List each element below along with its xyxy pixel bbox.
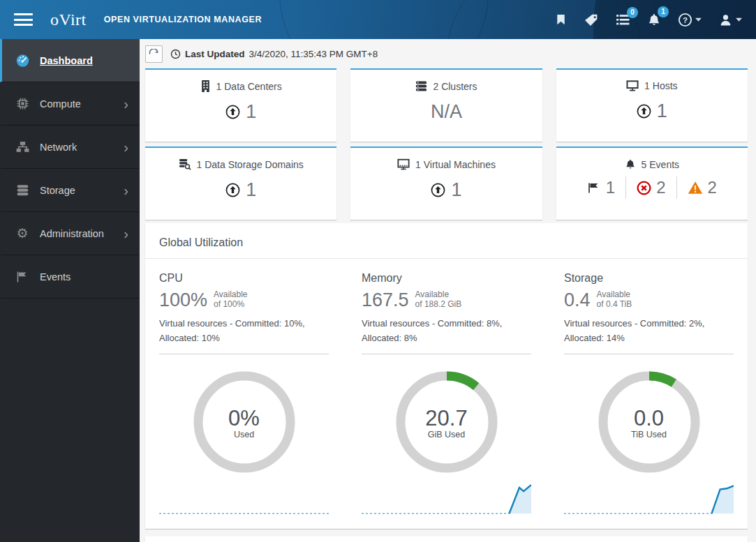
chevron-down-icon [695, 17, 702, 22]
donut-value: 0.0 [634, 407, 664, 429]
card-status-count[interactable]: 1 [145, 179, 336, 201]
arrow-up-circle-icon [431, 183, 445, 197]
virtual-resources-text: Virtual resources - Committed: 2%, Alloc… [564, 316, 734, 346]
refresh-bar: Last Updated 3/4/2020, 11:35:43 PM GMT+8 [145, 39, 748, 68]
card-title-link[interactable]: 1 Virtual Machines [350, 158, 542, 170]
column-title: CPU [159, 272, 329, 285]
available-value: 0.4 [564, 291, 591, 310]
available-detail: Available of 0.4 TiB [597, 289, 632, 310]
user-menu[interactable] [718, 13, 742, 27]
chevron-right-icon: › [124, 140, 128, 154]
error-circle-icon [637, 181, 651, 195]
card-status-count[interactable]: 1 [350, 179, 542, 201]
card-status-count[interactable]: 1 [556, 100, 748, 122]
sidebar-item-label: Network [40, 142, 77, 153]
card-status-count[interactable]: N/A [350, 101, 542, 123]
utilization-column-storage: Storage 0.4 Available of 0.4 TiB Virtual… [564, 272, 734, 519]
sidebar-item-network[interactable]: Network › [0, 126, 140, 169]
tasks-badge: 0 [627, 7, 638, 18]
sidebar: Dashboard Compute › [0, 39, 140, 542]
memory-sparkline-chart[interactable] [362, 481, 531, 519]
tag-icon[interactable] [584, 13, 599, 27]
notifications-bell-icon[interactable]: 1 [647, 13, 661, 27]
compute-icon [14, 96, 31, 111]
divider [362, 354, 531, 354]
building-icon [200, 80, 211, 92]
storage-icon [14, 183, 31, 197]
arrow-up-circle-icon [637, 104, 651, 119]
notifications-badge: 1 [658, 6, 669, 17]
available-detail: Available of 100% [214, 289, 247, 310]
network-icon [14, 140, 31, 154]
sidebar-item-label: Events [40, 271, 71, 283]
card-title-link[interactable]: 1 Hosts [556, 80, 748, 91]
dashboard-content: Last Updated 3/4/2020, 11:35:43 PM GMT+8… [140, 39, 756, 542]
errors-count[interactable]: 2 [625, 176, 676, 199]
virtual-resources-text: Virtual resources - Committed: 8%, Alloc… [362, 316, 531, 346]
sidebar-item-dashboard[interactable]: Dashboard [0, 39, 140, 82]
last-updated-label: Last Updated [185, 49, 245, 59]
column-title: Memory [362, 272, 531, 285]
available-detail: Available of 188.2 GiB [415, 289, 462, 310]
card-title-link[interactable]: 1 Data Centers [145, 80, 336, 92]
arrow-up-circle-icon [225, 105, 240, 119]
column-title: Storage [564, 272, 734, 285]
available-value: 167.5 [362, 291, 409, 310]
available-value: 100% [159, 291, 207, 310]
next-card-top-edge [145, 536, 748, 542]
flag-icon [14, 270, 31, 284]
masthead: oVirt OPEN VIRTUALIZATION MANAGER 0 1 [0, 0, 756, 39]
warnings-count[interactable]: 2 [676, 176, 727, 199]
bell-icon [625, 158, 636, 170]
sidebar-item-events[interactable]: Events [0, 255, 140, 299]
sidebar-item-storage[interactable]: Storage › [0, 169, 140, 212]
global-utilization-title: Global Utilization [145, 223, 748, 259]
events-alert-row: 1 2 2 [556, 176, 748, 199]
cpu-sparkline-chart[interactable] [159, 481, 329, 519]
monitor-icon [626, 80, 639, 91]
card-status-count[interactable]: 1 [145, 101, 336, 123]
virtual-resources-text: Virtual resources - Committed: 10%, Allo… [159, 316, 329, 346]
donut-value: 0% [228, 407, 260, 429]
virtual-machine-icon [397, 158, 410, 170]
card-title-link[interactable]: 5 Events [556, 158, 748, 170]
donut-label: Used [234, 430, 254, 439]
card-virtual-machines: 1 Virtual Machines 1 [350, 146, 542, 220]
card-data-centers: 1 Data Centers 1 [145, 68, 336, 142]
dashboard-icon [14, 53, 31, 68]
storage-donut-chart[interactable]: 0.0 TiB Used [596, 369, 702, 478]
divider [159, 354, 329, 354]
sidebar-item-compute[interactable]: Compute › [0, 82, 140, 126]
memory-donut-chart[interactable]: 20.7 GiB Used [394, 369, 500, 478]
help-menu[interactable]: ? [678, 13, 702, 27]
card-storage-domains: 1 Data Storage Domains 1 [145, 146, 336, 220]
chevron-right-icon: › [124, 183, 128, 197]
card-clusters: 2 Clusters N/A [350, 68, 542, 142]
card-events: 5 Events 1 2 [556, 146, 748, 220]
menu-toggle-icon[interactable] [14, 10, 33, 29]
ovirt-logo[interactable]: oVirt [50, 10, 87, 29]
sidebar-item-administration[interactable]: ⚙ Administration › [0, 212, 140, 255]
warning-triangle-icon [688, 181, 703, 195]
clock-icon [170, 49, 181, 59]
refresh-button[interactable] [145, 45, 163, 63]
inventory-cards: 1 Data Centers 1 [145, 68, 748, 220]
card-title-link[interactable]: 2 Clusters [350, 80, 542, 92]
donut-label: GiB Used [428, 430, 466, 439]
tasks-icon[interactable]: 0 [616, 13, 630, 27]
global-utilization-card: Global Utilization CPU 100% Available of… [145, 223, 748, 529]
last-updated-timestamp: 3/4/2020, 11:35:43 PM GMT+8 [249, 49, 378, 59]
gear-icon: ⚙ [14, 225, 31, 241]
sidebar-item-label: Storage [40, 185, 75, 196]
card-title-link[interactable]: 1 Data Storage Domains [145, 158, 336, 170]
flag-icon [587, 181, 601, 195]
cpu-donut-chart[interactable]: 0% Used [191, 369, 297, 478]
divider [564, 354, 734, 354]
clusters-icon [415, 80, 427, 92]
storage-sparkline-chart[interactable] [564, 481, 734, 519]
storage-domain-icon [179, 158, 191, 170]
bookmark-icon[interactable] [554, 13, 568, 27]
alerts-count[interactable]: 1 [577, 176, 625, 199]
sidebar-item-label: Dashboard [40, 55, 93, 66]
chevron-right-icon: › [124, 227, 128, 241]
